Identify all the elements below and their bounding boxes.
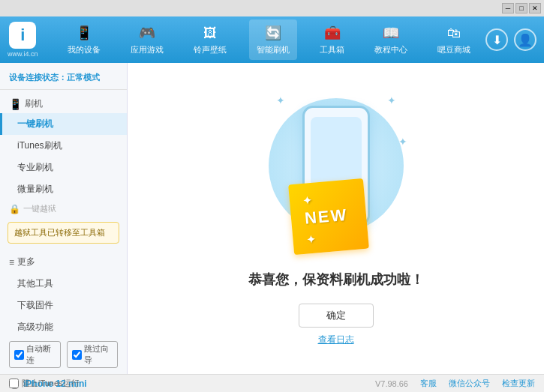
nav-device-label: 我的设备: [68, 44, 101, 55]
flash-group-label: 📱 刷机: [0, 94, 127, 113]
logo-subtext: www.i4.cn: [8, 50, 38, 58]
nav-wallpaper[interactable]: 🖼 铃声壁纸: [186, 19, 234, 60]
nav-apps-icon: 🎮: [138, 24, 156, 42]
sidebar: 设备连接状态：正常模式 📱 刷机 一键刷机 iTunes刷机 专业刷机 微量刷机…: [0, 63, 128, 374]
nav-wallpaper-icon: 🖼: [201, 24, 219, 42]
nav-wallpaper-label: 铃声壁纸: [194, 44, 227, 55]
navbar: i www.i4.cn 📱 我的设备 🎮 应用游戏 🖼 铃声壁纸 🔄 智能刷机 …: [0, 16, 544, 63]
nav-items: 📱 我的设备 🎮 应用游戏 🖼 铃声壁纸 🔄 智能刷机 🧰 工具箱 📖 教程中心…: [53, 19, 485, 60]
nav-smart-flash[interactable]: 🔄 智能刷机: [249, 19, 297, 60]
stop-itunes-label: 阻止iTunes运行: [22, 378, 80, 389]
new-badge: NEW: [288, 178, 369, 255]
auto-disconnect-input[interactable]: [14, 350, 24, 360]
lock-icon: 🔒: [9, 204, 20, 214]
nav-device-icon: 📱: [75, 24, 93, 42]
version-text: V7.98.66: [375, 379, 408, 388]
account-button[interactable]: 👤: [514, 28, 536, 51]
sidebar-item-itunes-flash[interactable]: iTunes刷机: [0, 135, 127, 157]
sidebar-item-one-key-flash[interactable]: 一键刷机: [0, 113, 127, 135]
skip-wizard-input[interactable]: [72, 350, 82, 360]
nav-flash-label: 智能刷机: [257, 44, 290, 55]
status-prefix: 设备连接状态：: [9, 73, 67, 82]
main-area: 设备连接状态：正常模式 📱 刷机 一键刷机 iTunes刷机 专业刷机 微量刷机…: [0, 63, 544, 374]
sidebar-item-micro-flash[interactable]: 微量刷机: [0, 178, 127, 200]
view-log-link[interactable]: 查看日志: [318, 334, 354, 346]
wechat-link[interactable]: 微信公众号: [449, 378, 490, 389]
content-area: ✦ ✦ ✦ NEW 恭喜您，保资料刷机成功啦！ 确定 查看日志: [128, 63, 544, 374]
nav-store-icon: 🛍: [445, 24, 463, 42]
confirm-button[interactable]: 确定: [299, 304, 374, 328]
skip-wizard-label: 跳过向导: [84, 343, 113, 366]
stop-itunes-checkbox[interactable]: [9, 379, 19, 388]
close-button[interactable]: ✕: [529, 3, 541, 13]
sidebar-jailbreak-disabled: 🔒 一键越狱: [0, 200, 127, 217]
flash-group-icon: 📱: [9, 98, 22, 110]
bottom-bar-right: V7.98.66 客服 微信公众号 检查更新: [375, 378, 535, 389]
nav-store[interactable]: 🛍 嗯豆商城: [430, 19, 478, 60]
sparkle-2: ✦: [387, 94, 396, 106]
jailbreak-label: 一键越狱: [23, 203, 56, 214]
customer-service-link[interactable]: 客服: [420, 378, 437, 389]
nav-toolbox[interactable]: 🧰 工具箱: [312, 19, 352, 60]
sidebar-item-download-firmware[interactable]: 下载固件: [0, 295, 127, 316]
sidebar-item-pro-flash[interactable]: 专业刷机: [0, 157, 127, 178]
flash-group-text: 刷机: [25, 97, 43, 110]
maximize-button[interactable]: □: [515, 3, 527, 13]
nav-tutorial-icon: 📖: [382, 24, 400, 42]
success-illustration: ✦ ✦ ✦ NEW: [261, 91, 411, 256]
nav-apps-label: 应用游戏: [131, 44, 164, 55]
sidebar-item-advanced[interactable]: 高级功能: [0, 316, 127, 338]
more-group-label: ≡ 更多: [0, 251, 127, 273]
nav-toolbox-icon: 🧰: [323, 24, 341, 42]
auto-disconnect-checkbox[interactable]: 自动断连: [9, 341, 61, 368]
nav-tutorial[interactable]: 📖 教程中心: [367, 19, 415, 60]
checkbox-area: 自动断连 跳过向导: [0, 338, 127, 374]
nav-apps[interactable]: 🎮 应用游戏: [123, 19, 171, 60]
sparkle-3: ✦: [398, 136, 407, 148]
minimize-button[interactable]: ─: [502, 3, 514, 13]
nav-my-device[interactable]: 📱 我的设备: [60, 19, 108, 60]
nav-right-actions: ⬇ 👤: [485, 28, 536, 51]
bottom-bar-left: 阻止iTunes运行: [9, 378, 375, 389]
more-icon: ≡: [9, 257, 14, 268]
nav-tutorial-label: 教程中心: [374, 44, 407, 55]
sidebar-item-other-tools[interactable]: 其他工具: [0, 273, 127, 295]
skip-wizard-checkbox[interactable]: 跳过向导: [67, 341, 119, 368]
more-text: 更多: [17, 256, 35, 268]
status-value: 正常模式: [67, 73, 100, 82]
logo-icon: i: [9, 22, 36, 49]
title-bar: ─ □ ✕: [0, 0, 544, 16]
sparkle-1: ✦: [276, 94, 285, 106]
check-update-link[interactable]: 检查更新: [502, 378, 535, 389]
nav-flash-icon: 🔄: [264, 24, 282, 42]
auto-disconnect-label: 自动断连: [26, 343, 56, 366]
connection-status: 设备连接状态：正常模式: [0, 69, 127, 90]
notice-text: 越狱工具已转移至工具箱: [14, 228, 105, 237]
nav-store-label: 嗯豆商城: [437, 44, 470, 55]
logo[interactable]: i www.i4.cn: [8, 22, 38, 58]
nav-toolbox-label: 工具箱: [320, 44, 344, 55]
download-button[interactable]: ⬇: [485, 28, 508, 51]
notice-box: 越狱工具已转移至工具箱: [8, 222, 119, 244]
success-message: 恭喜您，保资料刷机成功啦！: [248, 271, 424, 289]
